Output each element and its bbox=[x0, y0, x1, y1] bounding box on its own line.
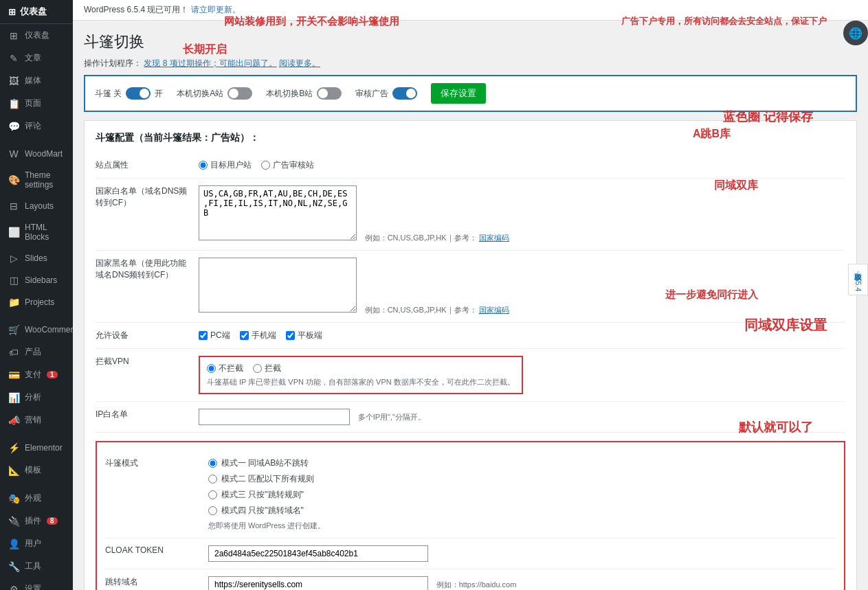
sidebar-item-analytics[interactable]: 📊 分析 bbox=[0, 386, 73, 409]
machine-a-label: 本机切换A站 bbox=[177, 88, 223, 100]
tools-icon: 🔧 bbox=[8, 561, 19, 572]
sidebars-icon: ◫ bbox=[8, 275, 19, 286]
mode-4-option[interactable]: 模式四 只按"跳转域名" bbox=[208, 505, 836, 517]
blacklist-textarea[interactable] bbox=[199, 258, 357, 313]
payments-badge: 1 bbox=[47, 371, 58, 378]
templates-icon: 📐 bbox=[8, 465, 19, 476]
mode-4-radio[interactable] bbox=[208, 506, 217, 515]
row-vpn: 拦截VPN 不拦截 拦截 bbox=[96, 349, 845, 402]
marketing-icon: 📣 bbox=[8, 415, 19, 426]
site-property-b-radio[interactable] bbox=[261, 161, 270, 170]
row-jump-domain: 跳转域名 例如：https://baidu.com bbox=[105, 569, 836, 591]
machine-a-toggle[interactable] bbox=[227, 87, 252, 100]
sidebar-item-sidebars[interactable]: ◫ Sidebars bbox=[0, 269, 73, 291]
users-icon: 👤 bbox=[8, 538, 19, 549]
vpn-yes-radio[interactable] bbox=[253, 364, 262, 373]
tablet-device-option[interactable]: 平板端 bbox=[286, 330, 322, 341]
elementor-icon: ⚡ bbox=[8, 442, 19, 453]
sidebar-item-media[interactable]: 🖼 媒体 bbox=[0, 69, 73, 92]
open-label: 开 bbox=[155, 88, 163, 100]
sidebar-item-elementor[interactable]: ⚡ Elementor bbox=[0, 437, 73, 459]
mode-3-radio[interactable] bbox=[208, 490, 217, 499]
dashboard-icon: ⊞ bbox=[8, 30, 19, 41]
vpn-yes-option[interactable]: 拦截 bbox=[253, 363, 281, 374]
cloak-token-input[interactable] bbox=[208, 545, 428, 562]
sidebar-item-projects[interactable]: 📁 Projects bbox=[0, 291, 73, 313]
sidebar-item-settings[interactable]: ⚙ 设置 bbox=[0, 578, 73, 590]
sidebar-item-html-blocks[interactable]: ⬜ HTML Blocks bbox=[0, 217, 73, 247]
site-property-radios: 目标用户站 广告审核站 bbox=[199, 159, 845, 171]
sidebar-item-users[interactable]: 👤 用户 bbox=[0, 532, 73, 555]
sidebar-item-dashboard[interactable]: ⊞ 仪表盘 bbox=[0, 24, 73, 47]
ip-whitelist-input[interactable] bbox=[199, 409, 350, 425]
mode-2-option[interactable]: 模式二 匹配以下所有规则 bbox=[208, 473, 836, 485]
mode-1-option[interactable]: 模式一 同域AB站不跳转 bbox=[208, 457, 836, 469]
whitelist-hint-link[interactable]: 国家编码 bbox=[479, 234, 509, 242]
row-site-property: 站点属性 目标用户站 广告审核站 bbox=[96, 152, 845, 179]
sidebar-item-comments[interactable]: 💬 评论 bbox=[0, 115, 73, 137]
site-property-a-option[interactable]: 目标用户站 bbox=[199, 159, 252, 171]
jump-domain-input[interactable] bbox=[208, 576, 428, 590]
whitelist-textarea[interactable]: US,CA,GB,FR,AT,AU,BE,CH,DE,ES,FI,IE,IL,I… bbox=[199, 185, 357, 240]
mode-2-radio[interactable] bbox=[208, 475, 217, 484]
update-link[interactable]: 请立即更新。 bbox=[191, 5, 241, 14]
sidebar-item-templates[interactable]: 📐 模板 bbox=[0, 459, 73, 481]
comments-icon: 💬 bbox=[8, 121, 19, 132]
blacklist-label: 国家黑名单（使用此功能域名DNS频转到CF） bbox=[96, 251, 199, 323]
global-icon: 🌐 bbox=[843, 21, 868, 45]
douteng-toggle[interactable] bbox=[126, 87, 151, 100]
projects-icon: 📁 bbox=[8, 297, 19, 308]
version-link[interactable]: 获取版本：6.5.4 bbox=[848, 264, 868, 295]
sidebar-item-tools[interactable]: 🔧 工具 bbox=[0, 555, 73, 578]
page-wrapper: 🌐 网站装修用到，开关不会影响斗篷使用 广告下户专用，所有访问都会去安全站点，保… bbox=[73, 21, 868, 590]
vpn-no-radio[interactable] bbox=[207, 364, 216, 373]
site-property-a-radio[interactable] bbox=[199, 161, 208, 170]
sidebar-item-appearance[interactable]: 🎭 外观 bbox=[0, 487, 73, 510]
sidebar-item-pages[interactable]: 📋 页面 bbox=[0, 92, 73, 115]
blacklist-hint-link[interactable]: 国家编码 bbox=[479, 306, 509, 314]
sidebar-logo[interactable]: ⊞ 仪表盘 bbox=[0, 0, 73, 24]
machine-b-toggle[interactable] bbox=[317, 87, 342, 100]
mobile-checkbox[interactable] bbox=[240, 331, 249, 340]
scheduled-label: 操作计划程序： bbox=[84, 58, 142, 68]
pc-device-option[interactable]: PC端 bbox=[199, 330, 230, 341]
sidebar-item-payments[interactable]: 💳 支付 1 bbox=[0, 363, 73, 386]
mode-3-option[interactable]: 模式三 只按"跳转规则" bbox=[208, 489, 836, 501]
sidebar-item-marketing[interactable]: 📣 营销 bbox=[0, 409, 73, 431]
row-blacklist: 国家黑名单（使用此功能域名DNS频转到CF） 例如：CN,US,GB,JP,HK… bbox=[96, 251, 845, 323]
sidebar-item-products[interactable]: 🏷 产品 bbox=[0, 341, 73, 363]
tablet-checkbox[interactable] bbox=[286, 331, 295, 340]
row-ip-whitelist: IP白名单 多个IP用","分隔开。 bbox=[96, 402, 845, 433]
devices-checkboxes: PC端 手机端 平板端 bbox=[199, 330, 845, 341]
sidebar-item-slides[interactable]: ▷ Slides bbox=[0, 247, 73, 269]
plugins-icon: 🔌 bbox=[8, 516, 19, 527]
theme-icon: 🎨 bbox=[8, 174, 19, 185]
scheduled-link2[interactable]: 阅读更多。 bbox=[279, 58, 320, 68]
whitelist-hint: 例如：CN,US,GB,JP,HK｜参考： 国家编码 bbox=[365, 234, 509, 242]
sidebar-item-layouts[interactable]: ⊟ Layouts bbox=[0, 195, 73, 217]
sidebar-item-theme-settings[interactable]: 🎨 Theme settings bbox=[0, 165, 73, 195]
mobile-device-option[interactable]: 手机端 bbox=[240, 330, 276, 341]
wordpress-note: 您即将使用 WordPress 进行创建。 bbox=[208, 521, 836, 531]
sidebar-item-plugins[interactable]: 🔌 插件 8 bbox=[0, 510, 73, 532]
review-ad-label: 审核广告 bbox=[355, 88, 388, 100]
cloak-token-label: CLOAK TOKEN bbox=[105, 538, 208, 569]
sidebar-item-posts[interactable]: ✎ 文章 bbox=[0, 47, 73, 69]
mode-label: 斗篷模式 bbox=[105, 451, 208, 538]
sidebar-item-woocommerce[interactable]: 🛒 WooCommerce bbox=[0, 319, 73, 341]
sidebar-item-woodmart[interactable]: W WoodMart bbox=[0, 143, 73, 165]
save-settings-button[interactable]: 保存设置 bbox=[431, 83, 486, 104]
pc-checkbox[interactable] bbox=[199, 331, 208, 340]
jump-domain-hint: 例如：https://baidu.com bbox=[436, 580, 517, 589]
ip-whitelist-label: IP白名单 bbox=[96, 402, 199, 433]
dashboard-icon: ⊞ bbox=[8, 7, 16, 17]
machine-b-label: 本机切换B站 bbox=[266, 88, 313, 100]
review-ad-toggle[interactable] bbox=[392, 87, 417, 100]
scheduled-link[interactable]: 发现 8 项过期操作；可能出问题了。 bbox=[144, 58, 276, 68]
mode-1-radio[interactable] bbox=[208, 459, 217, 468]
vpn-label: 拦截VPN bbox=[96, 349, 199, 402]
vpn-no-option[interactable]: 不拦截 bbox=[207, 363, 243, 374]
site-property-label: 站点属性 bbox=[96, 152, 199, 179]
plugins-badge: 8 bbox=[47, 517, 58, 525]
site-property-b-option[interactable]: 广告审核站 bbox=[261, 159, 314, 171]
